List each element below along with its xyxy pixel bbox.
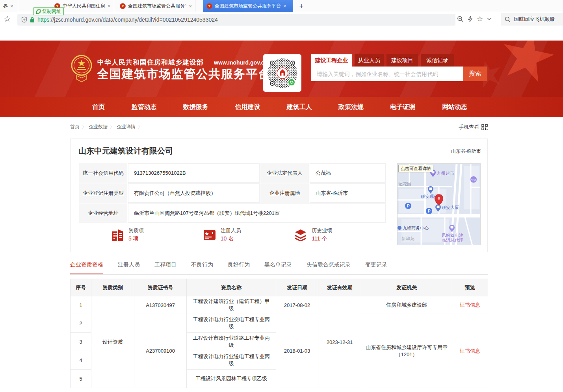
- address-value: 临沂市兰山区陶然路107号星河晶都（联安）现代城1号楼2201室: [128, 203, 386, 223]
- tab-title: 全国建筑市场监管公共服务平台: [215, 3, 281, 9]
- tab-good-behavior[interactable]: 良好行为: [228, 261, 250, 274]
- cell-category: 设计资质: [91, 296, 134, 388]
- copy-url-tooltip: 复制网址: [33, 7, 64, 15]
- nav-item-policies[interactable]: 政策法规: [338, 103, 364, 111]
- breadcrumb: 首页〉 企业数据〉 企业详情〉: [70, 124, 488, 130]
- stat-value: 10 名: [221, 235, 241, 242]
- qr-code-small-icon: [481, 124, 488, 130]
- stat-achievements[interactable]: 历史业绩 111 个: [294, 227, 386, 242]
- map-tooltip: 点击可查看详情: [398, 165, 433, 172]
- nav-item-construction-workers[interactable]: 建筑工人: [287, 103, 312, 111]
- search-tab-enterprise[interactable]: 建设工程企业: [311, 54, 352, 67]
- browser-tab-jzsc[interactable]: ★ 全国建筑市场监管公共服务平台 ×: [117, 0, 195, 12]
- nav-item-credit-building[interactable]: 信用建设: [235, 103, 260, 111]
- search-bar: 搜索: [311, 67, 487, 81]
- nav-item-home[interactable]: 首页: [92, 103, 105, 111]
- favorite-star-icon[interactable]: ☆: [477, 15, 483, 23]
- cell-preview: 证书信息: [452, 314, 488, 388]
- col-authority: 发证机关: [361, 279, 452, 296]
- tab-close-icon[interactable]: ×: [10, 4, 13, 9]
- col-category: 资质类别: [91, 279, 134, 296]
- browser-tab-strip: 界 × ★ 中华人民共和国住房和城乡建设 × ★ 全国建筑市场监管公共服务平台 …: [0, 0, 563, 12]
- zoom-out-icon[interactable]: [457, 16, 464, 22]
- legal-rep-value: 公茂福: [310, 163, 386, 183]
- stat-registered-personnel[interactable]: 注册人员 10 名: [203, 227, 295, 242]
- reg-region-label: 企业注册属地: [260, 183, 309, 203]
- certificate-info-link[interactable]: 证书信息: [460, 348, 480, 354]
- company-location-map[interactable]: 点击可查看详情: [397, 163, 481, 245]
- table-header-row: 序号 资质类别 资质证书号 资质名称 发证日期 发证有效期 发证机关 预览: [71, 279, 488, 296]
- breadcrumb-company-data[interactable]: 企业数据: [89, 124, 108, 130]
- breadcrumb-company-detail[interactable]: 企业详情: [117, 124, 136, 130]
- qualification-table: 序号 资质类别 资质证书号 资质名称 发证日期 发证有效期 发证机关 预览 1 …: [70, 279, 488, 388]
- tab-qualifications[interactable]: 企业资质资格: [70, 261, 103, 274]
- tab-close-icon[interactable]: ×: [189, 4, 192, 9]
- reg-region-value: 山东省-临沂市: [310, 183, 386, 203]
- mobile-view-label: 手机查看: [459, 124, 479, 131]
- cell-cert-no: A237009100: [134, 314, 187, 388]
- emblem-favicon-icon: ★: [120, 3, 126, 9]
- breadcrumb-row: 首页〉 企业数据〉 企业详情〉 手机查看: [70, 124, 488, 131]
- tab-blacklist[interactable]: 黑名单记录: [264, 261, 292, 274]
- platform-title: 全国建筑市场监管公共服务平台: [97, 66, 271, 82]
- search-category-tabs: 建设工程企业 从业人员 建设项目 诚信记录: [311, 54, 487, 67]
- quick-search-box[interactable]: 国航回应飞机颠簸: [501, 13, 563, 26]
- bookmark-star-icon[interactable]: ☆: [4, 14, 11, 24]
- shield-permission-icon[interactable]: [21, 17, 27, 23]
- tab-registered-personnel[interactable]: 注册人员: [118, 261, 140, 274]
- ministry-name: 中华人民共和国住房和城乡建设部www.mohurd.gov.cn: [97, 58, 268, 67]
- certificate-info-link[interactable]: 证书信息: [460, 302, 480, 308]
- stat-qualifications[interactable]: 资质项 5 项: [112, 227, 203, 242]
- tab-projects[interactable]: 工程项目: [154, 261, 177, 274]
- tab-title: 全国建筑市场监管公共服务平台: [128, 3, 186, 9]
- new-tab-button[interactable]: +: [296, 1, 307, 11]
- col-issue-date: 发证日期: [276, 279, 318, 296]
- cell-serial: 2: [71, 314, 91, 333]
- map-parking-icon: P: [426, 208, 432, 214]
- col-preview: 预览: [452, 279, 488, 296]
- nav-item-supervision-news[interactable]: 监管动态: [131, 103, 156, 111]
- col-serial: 序号: [71, 279, 91, 296]
- browser-tab-active[interactable]: ★ 全国建筑市场监管公共服务平台 ×: [203, 0, 293, 12]
- browser-tab-partial[interactable]: 界 ×: [0, 0, 18, 12]
- nav-item-e-license[interactable]: 电子证照: [390, 103, 416, 111]
- cell-qual-name: 工程设计建筑行业（建筑工程）甲级: [187, 296, 276, 314]
- tab-close-icon[interactable]: ×: [108, 4, 111, 9]
- keyword-search-input[interactable]: [311, 67, 463, 81]
- cell-authority: 山东省住房和城乡建设厅许可专用章（1201）: [361, 314, 452, 388]
- map-business-center-icon: [398, 226, 401, 230]
- stat-label: 资质项: [128, 227, 144, 234]
- legal-rep-label: 企业法定代表人: [260, 163, 309, 183]
- reg-type-label: 企业登记注册类型: [79, 183, 127, 203]
- tab-change-records[interactable]: 变更记录: [365, 261, 387, 274]
- col-cert-no: 资质证书号: [134, 279, 187, 296]
- ministry-label: 中华人民共和国住房和城乡建设部: [97, 59, 204, 66]
- breadcrumb-separator: 〉: [138, 124, 142, 130]
- nav-item-data-service[interactable]: 数据服务: [183, 103, 208, 111]
- nav-item-site-news[interactable]: 网站动态: [442, 103, 467, 111]
- browser-url-row: ☆ https://jzsc.mohurd.gov.cn/data/compan…: [0, 12, 563, 27]
- company-info-table: 统一社会信用代码 91371302675501022B 企业法定代表人 公茂福 …: [78, 163, 386, 224]
- mobile-view-link[interactable]: 手机查看: [459, 124, 488, 131]
- svg-text:P: P: [428, 209, 431, 213]
- tab-title: 中华人民共和国住房和城乡建设: [63, 3, 105, 9]
- breadcrumb-home[interactable]: 首页: [70, 124, 80, 130]
- company-region: 山东省-临沂市: [451, 148, 481, 155]
- col-validity: 发证有效期: [318, 279, 361, 296]
- search-tab-credit-record[interactable]: 诚信记录: [421, 54, 454, 67]
- search-button[interactable]: 搜索: [463, 67, 487, 81]
- chevron-down-icon[interactable]: [487, 17, 492, 20]
- credit-code-label: 统一社会信用代码: [79, 163, 127, 183]
- search-tab-personnel[interactable]: 从业人员: [355, 54, 384, 67]
- cell-preview: 证书信息: [452, 296, 488, 314]
- search-tab-project[interactable]: 建设项目: [386, 54, 418, 67]
- main-nav: 首页 监管动态 数据服务 信用建设 建筑工人 政策法规 电子证照 网站动态: [0, 97, 563, 117]
- ministry-website: www.mohurd.gov.cn: [214, 59, 268, 66]
- tab-bad-behavior[interactable]: 不良行为: [191, 261, 213, 274]
- tab-dishonesty-punishment[interactable]: 失信联合惩戒记录: [307, 261, 351, 274]
- flash-save-icon[interactable]: [468, 16, 473, 22]
- building-icon: [112, 228, 124, 242]
- emblem-favicon-icon: ★: [206, 3, 212, 9]
- tab-close-icon[interactable]: ×: [283, 4, 286, 9]
- url-bar[interactable]: https://jzsc.mohurd.gov.cn/data/company/…: [17, 14, 455, 26]
